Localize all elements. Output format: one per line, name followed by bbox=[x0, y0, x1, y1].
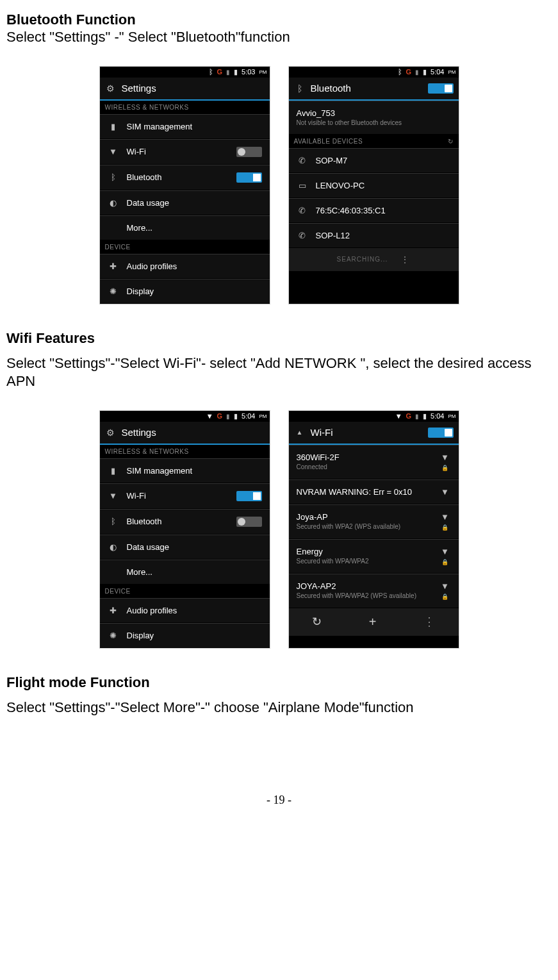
add-network-icon[interactable] bbox=[369, 615, 377, 629]
label: Wi-Fi bbox=[127, 147, 229, 156]
pm: PM bbox=[448, 413, 456, 419]
section-body-wifi: Select "Settings"-"Select Wi-Fi"- select… bbox=[6, 354, 552, 391]
header-title: Settings bbox=[122, 427, 156, 438]
row-self-device[interactable]: Avvio_753 Not visible to other Bluetooth… bbox=[289, 101, 459, 135]
row-wifi[interactable]: ▼Wi-Fi bbox=[100, 139, 270, 165]
signal-icon bbox=[415, 412, 419, 420]
label: SOP-M7 bbox=[316, 156, 451, 165]
signal-icon bbox=[226, 412, 230, 420]
ssid: Joya-AP bbox=[297, 512, 432, 522]
overflow-icon[interactable] bbox=[423, 615, 435, 629]
wifi-header-icon bbox=[294, 427, 306, 438]
row-display[interactable]: ✺Display bbox=[100, 279, 270, 304]
row-audio[interactable]: ✚Audio profiles bbox=[100, 598, 270, 623]
wifi-toggle[interactable] bbox=[236, 147, 262, 157]
label: Display bbox=[127, 287, 262, 296]
ssid: JOYA-AP2 bbox=[297, 581, 432, 591]
overflow-icon[interactable] bbox=[400, 254, 410, 265]
statusbar: ᛒ G 5:03 PM bbox=[100, 67, 270, 78]
device-sub: Not visible to other Bluetooth devices bbox=[297, 119, 451, 127]
network-g: G bbox=[406, 412, 412, 420]
network-g: G bbox=[217, 68, 223, 76]
refresh-icon[interactable] bbox=[448, 138, 454, 145]
bt-icon: ᛒ bbox=[398, 68, 402, 76]
status: Secured with WPA/WPA2 bbox=[297, 558, 432, 565]
section-title-flight: Flight mode Function bbox=[6, 674, 552, 691]
bt-toggle[interactable] bbox=[236, 517, 262, 527]
row-network-3[interactable]: Joya-APSecured with WPA2 (WPS available)… bbox=[289, 504, 459, 539]
row-bluetooth[interactable]: ᛒBluetooth bbox=[100, 165, 270, 190]
wifi-status-icon: ▼ bbox=[206, 412, 213, 420]
label: 76:5C:46:03:35:C1 bbox=[316, 206, 451, 215]
phone-icon bbox=[297, 206, 308, 215]
row-network-1[interactable]: 360WiFi-2FConnected ▼ bbox=[289, 445, 459, 479]
section-title-wifi: Wifi Features bbox=[6, 330, 552, 347]
audio-icon: ✚ bbox=[108, 606, 119, 615]
row-wifi[interactable]: ▼Wi-Fi bbox=[100, 483, 270, 509]
wifi-master-toggle[interactable] bbox=[428, 428, 454, 438]
header-wifi: Wi-Fi bbox=[289, 422, 459, 445]
wifi-icon: ▼ bbox=[108, 491, 119, 501]
label: More... bbox=[127, 567, 262, 577]
bt-toggle[interactable] bbox=[236, 172, 262, 183]
network-g: G bbox=[217, 412, 223, 420]
header-title: Bluetooth bbox=[311, 83, 351, 94]
section-body-flight: Select "Settings"-"Select More"-" choose… bbox=[6, 699, 552, 717]
label: Wi-Fi bbox=[127, 491, 229, 501]
status: Connected bbox=[297, 463, 432, 471]
phone-settings-bt: ᛒ G 5:03 PM Settings WIRELESS & NETWORKS… bbox=[99, 66, 270, 304]
battery-icon bbox=[423, 412, 427, 420]
row-data[interactable]: ◐Data usage bbox=[100, 190, 270, 215]
row-audio[interactable]: ✚Audio profiles bbox=[100, 254, 270, 279]
bt-icon: ᛒ bbox=[209, 68, 213, 76]
row-network-5[interactable]: JOYA-AP2Secured with WPA/WPA2 (WPS avail… bbox=[289, 574, 459, 608]
bt-master-toggle[interactable] bbox=[428, 83, 454, 94]
row-device-4[interactable]: SOP-L12 bbox=[289, 223, 459, 248]
row-more[interactable]: More... bbox=[100, 560, 270, 585]
label: Audio profiles bbox=[127, 262, 262, 271]
screenshots-bluetooth: ᛒ G 5:03 PM Settings WIRELESS & NETWORKS… bbox=[6, 66, 552, 304]
data-icon: ◐ bbox=[108, 542, 119, 552]
wifi-toggle[interactable] bbox=[236, 491, 262, 501]
row-device-2[interactable]: LENOVO-PC bbox=[289, 173, 459, 198]
wifi-signal-lock-icon: ▼ bbox=[439, 453, 451, 472]
bt-icon: ᛒ bbox=[108, 172, 119, 182]
ssid: Energy bbox=[297, 547, 432, 556]
gear-icon bbox=[105, 427, 117, 438]
label: Display bbox=[127, 631, 262, 640]
row-device-3[interactable]: 76:5C:46:03:35:C1 bbox=[289, 198, 459, 223]
row-more[interactable]: More... bbox=[100, 215, 270, 240]
signal-icon bbox=[415, 68, 419, 76]
row-sim[interactable]: ▮SIM management bbox=[100, 114, 270, 139]
row-sim[interactable]: ▮SIM management bbox=[100, 458, 270, 483]
label: SIM management bbox=[127, 466, 262, 476]
row-data[interactable]: ◐Data usage bbox=[100, 535, 270, 560]
label: Audio profiles bbox=[127, 606, 262, 615]
sim-icon: ▮ bbox=[108, 122, 119, 131]
header-settings: Settings bbox=[100, 422, 270, 445]
audio-icon: ✚ bbox=[108, 262, 119, 271]
wifi-signal-lock-icon: ▼ bbox=[439, 547, 451, 566]
laptop-icon bbox=[297, 181, 308, 190]
battery-icon bbox=[234, 68, 238, 76]
wifi-status-icon: ▼ bbox=[395, 412, 402, 420]
row-device-1[interactable]: SOP-M7 bbox=[289, 148, 459, 173]
header-bluetooth: Bluetooth bbox=[289, 78, 459, 101]
row-network-4[interactable]: EnergySecured with WPA/WPA2 ▼ bbox=[289, 539, 459, 574]
row-display[interactable]: ✺Display bbox=[100, 623, 270, 648]
scan-icon[interactable] bbox=[312, 615, 322, 629]
pm: PM bbox=[259, 413, 267, 419]
screenshots-wifi: ▼ G 5:04 PM Settings WIRELESS & NETWORKS… bbox=[6, 410, 552, 649]
label: Bluetooth bbox=[127, 172, 229, 182]
wifi-signal-lock-icon: ▼ bbox=[439, 512, 451, 531]
row-bluetooth[interactable]: ᛒBluetooth bbox=[100, 509, 270, 535]
sim-icon: ▮ bbox=[108, 466, 119, 476]
page-number: - 19 - bbox=[6, 793, 552, 807]
status: Secured with WPA/WPA2 (WPS available) bbox=[297, 592, 432, 600]
label: SIM management bbox=[127, 122, 262, 131]
group-available: AVAILABLE DEVICES bbox=[289, 135, 459, 148]
wifi-icon: ▼ bbox=[108, 147, 119, 156]
bt-header-icon bbox=[294, 83, 306, 94]
row-network-2[interactable]: NVRAM WARNING: Err = 0x10 ▼ bbox=[289, 479, 459, 504]
phone-icon bbox=[297, 156, 308, 165]
